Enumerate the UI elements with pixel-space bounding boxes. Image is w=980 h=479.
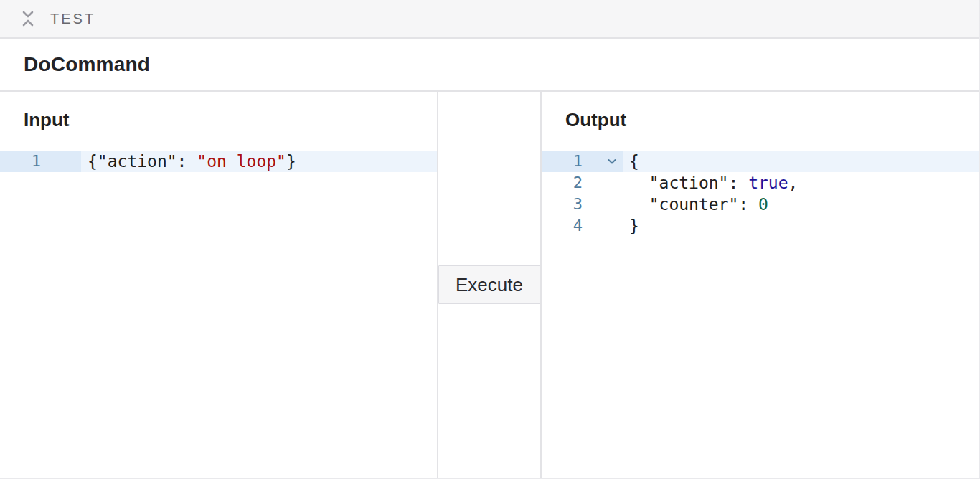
token-plain: "counter": xyxy=(629,195,758,214)
collapse-vertical-icon[interactable] xyxy=(21,10,35,27)
output-editor: 1{2 "action": true,3 "counter": 04} xyxy=(542,151,979,237)
chevron-down-icon[interactable] xyxy=(583,151,623,172)
input-editor[interactable]: 1{"action": "on_loop"} xyxy=(0,151,437,172)
editor-line: 3 "counter": 0 xyxy=(542,194,979,215)
command-title-bar: DoCommand xyxy=(0,39,979,92)
fold-gutter xyxy=(583,172,623,194)
code-line: "action": true, xyxy=(623,172,979,194)
input-panel: Input 1{"action": "on_loop"} xyxy=(0,92,437,478)
output-panel: Output 1{2 "action": true,3 "counter": 0… xyxy=(542,92,979,478)
docommand-test-panel: TEST DoCommand Input 1{"action": "on_loo… xyxy=(0,0,980,479)
token-atom: true xyxy=(748,174,788,192)
fold-gutter xyxy=(583,215,623,237)
line-number: 1 xyxy=(0,151,41,172)
code-line: { xyxy=(623,151,979,172)
line-gutter: 3 xyxy=(542,194,623,215)
execute-column: Execute xyxy=(437,92,542,478)
test-header-label: TEST xyxy=(50,11,95,27)
editor-line: 4} xyxy=(542,215,979,237)
token-plain: } xyxy=(286,152,296,171)
line-number: 3 xyxy=(542,194,583,215)
code-line: } xyxy=(623,215,979,237)
code-line[interactable]: {"action": "on_loop"} xyxy=(81,151,437,172)
line-gutter: 1 xyxy=(0,151,81,172)
line-number: 1 xyxy=(542,151,583,172)
output-heading: Output xyxy=(542,92,979,131)
input-heading: Input xyxy=(0,92,437,131)
fold-gutter xyxy=(41,151,81,172)
editor-line[interactable]: 1{"action": "on_loop"} xyxy=(0,151,437,172)
token-plain: } xyxy=(629,217,639,235)
fold-gutter xyxy=(583,194,623,215)
token-number: 0 xyxy=(758,195,768,214)
line-number: 2 xyxy=(542,172,583,194)
editor-line: 1{ xyxy=(542,151,979,172)
page-title: DoCommand xyxy=(24,53,150,76)
editor-line: 2 "action": true, xyxy=(542,172,979,194)
token-plain: {"action": xyxy=(88,152,197,171)
line-gutter: 4 xyxy=(542,215,623,237)
token-string: "on_loop" xyxy=(197,152,286,171)
line-gutter: 1 xyxy=(542,151,623,172)
token-plain: , xyxy=(788,174,798,192)
main-area: Input 1{"action": "on_loop"} Execute Out… xyxy=(0,92,979,478)
line-number: 4 xyxy=(542,215,583,237)
execute-button[interactable]: Execute xyxy=(438,265,540,304)
token-plain: { xyxy=(629,152,639,171)
code-line: "counter": 0 xyxy=(623,194,979,215)
line-gutter: 2 xyxy=(542,172,623,194)
test-header: TEST xyxy=(0,0,979,39)
token-plain: "action": xyxy=(629,174,748,192)
